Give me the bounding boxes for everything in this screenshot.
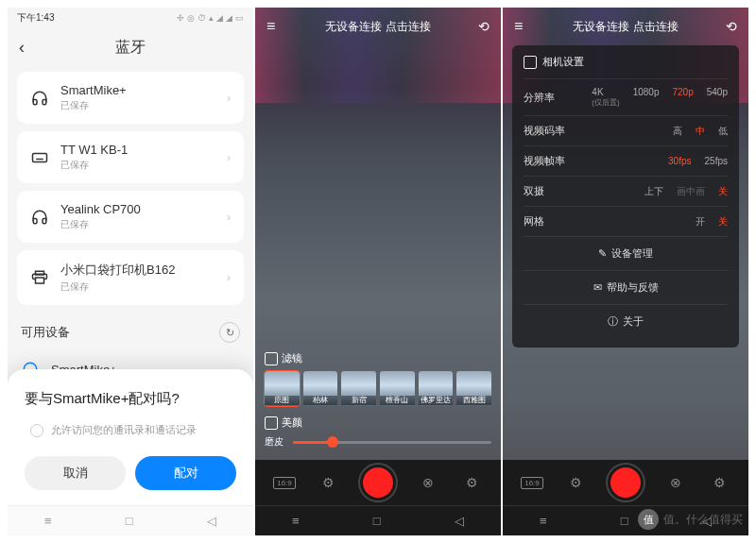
device-item[interactable]: SmartMike+已保存 › bbox=[17, 72, 244, 124]
filter-label: 滤镜 bbox=[265, 351, 491, 365]
device-name: TT W1 KB-1 bbox=[60, 143, 215, 157]
device-item[interactable]: 小米口袋打印机B162已保存 › bbox=[17, 250, 244, 305]
res-opt[interactable]: 720p bbox=[673, 87, 694, 108]
filter-thumb[interactable]: 新宿 bbox=[341, 371, 376, 406]
bitrate-opt[interactable]: 高 bbox=[673, 125, 682, 138]
filter-icon[interactable]: ⊗ bbox=[664, 475, 687, 490]
nav-menu-icon[interactable]: ≡ bbox=[292, 514, 300, 528]
filter-thumb[interactable]: 西雅图 bbox=[456, 371, 491, 406]
watermark-icon: 值 bbox=[638, 509, 659, 530]
chevron-right-icon: › bbox=[227, 92, 231, 105]
grid-opt[interactable]: 关 bbox=[718, 215, 728, 229]
camera-switch-icon[interactable]: ⟲ bbox=[726, 19, 737, 34]
chevron-right-icon: › bbox=[227, 151, 231, 164]
camera-header: ≡ 无设备连接 点击连接 ⟲ bbox=[503, 8, 748, 45]
status-bar: 下午1:43 ✢◎⏱▴◢◢▭ bbox=[8, 8, 253, 28]
chevron-right-icon: › bbox=[227, 211, 231, 224]
record-button[interactable] bbox=[360, 465, 396, 501]
dualcam-opt[interactable]: 上下 bbox=[644, 185, 663, 198]
nav-bar: ≡ □ ◁ bbox=[255, 505, 501, 535]
device-status: 已保存 bbox=[60, 99, 215, 112]
setting-bitrate: 视频码率 高 中 低 bbox=[524, 115, 728, 145]
pair-button[interactable]: 配对 bbox=[135, 456, 236, 490]
filter-thumb[interactable]: 柏林 bbox=[303, 371, 338, 406]
setting-fps: 视频帧率 30fps 25fps bbox=[524, 145, 728, 176]
phone-camera-filters: ≡ 无设备连接 点击连接 ⟲ 滤镜 原图 柏林 新宿 檀香山 佛罗里达 西雅图 … bbox=[255, 8, 501, 535]
available-header: 可用设备 ↻ bbox=[8, 313, 253, 348]
dualcam-opt[interactable]: 画中画 bbox=[677, 185, 705, 198]
beauty-slider[interactable] bbox=[293, 441, 491, 444]
setting-grid: 网格 开 关 bbox=[524, 206, 728, 236]
dualcam-opt[interactable]: 关 bbox=[718, 185, 728, 198]
bitrate-opt[interactable]: 中 bbox=[696, 125, 705, 138]
viewfinder[interactable]: 相机设置 分辨率 4K(仅后置) 1080p 720p 540p 视频码率 高 … bbox=[503, 45, 748, 460]
keyboard-icon bbox=[30, 148, 49, 167]
device-mgmt-button[interactable]: ✎ 设备管理 bbox=[524, 236, 728, 270]
camera-switch-icon[interactable]: ⟲ bbox=[478, 19, 490, 34]
nav-bar: ≡ □ ◁ bbox=[8, 505, 253, 535]
printer-icon bbox=[30, 268, 49, 287]
adjust-icon[interactable]: ⚙ bbox=[564, 475, 587, 490]
settings-icon[interactable]: ⚙ bbox=[708, 475, 730, 490]
filter-icon[interactable]: ⊗ bbox=[417, 475, 439, 490]
res-opt[interactable]: 1080p bbox=[633, 87, 660, 108]
device-name: Yealink CP700 bbox=[60, 202, 215, 216]
camera-toolbar: 16:9 ⚙ ⊗ ⚙ bbox=[503, 460, 748, 505]
nav-menu-icon[interactable]: ≡ bbox=[44, 514, 52, 528]
menu-icon[interactable]: ≡ bbox=[514, 18, 523, 35]
dialog-title: 要与SmartMike+配对吗? bbox=[25, 390, 236, 408]
nav-home-icon[interactable]: □ bbox=[621, 514, 628, 528]
nav-menu-icon[interactable]: ≡ bbox=[540, 514, 547, 528]
device-item[interactable]: Yealink CP700已保存 › bbox=[17, 191, 244, 243]
filter-thumb[interactable]: 佛罗里达 bbox=[419, 371, 454, 406]
nav-back-icon[interactable]: ◁ bbox=[207, 514, 216, 528]
filter-row: 原图 柏林 新宿 檀香山 佛罗里达 西雅图 bbox=[265, 371, 491, 406]
filter-thumb[interactable]: 檀香山 bbox=[380, 371, 415, 406]
bitrate-opt[interactable]: 低 bbox=[718, 125, 728, 138]
camera-settings-panel: 相机设置 分辨率 4K(仅后置) 1080p 720p 540p 视频码率 高 … bbox=[512, 45, 739, 348]
fps-opt[interactable]: 30fps bbox=[668, 156, 691, 166]
watermark: 值 值。什么值得买 bbox=[638, 509, 743, 530]
headphones-icon bbox=[30, 208, 49, 227]
help-button[interactable]: ✉ 帮助与反馈 bbox=[524, 270, 728, 304]
fps-opt[interactable]: 25fps bbox=[705, 156, 728, 166]
res-opt[interactable]: 540p bbox=[707, 87, 728, 108]
beauty-slider-row: 磨皮 bbox=[265, 435, 491, 449]
aspect-button[interactable]: 16:9 bbox=[273, 477, 296, 489]
nav-home-icon[interactable]: □ bbox=[126, 514, 133, 528]
adjust-icon[interactable]: ⚙ bbox=[317, 475, 339, 490]
pair-dialog: 要与SmartMike+配对吗? 允许访问您的通讯录和通话记录 取消 配对 bbox=[8, 369, 253, 505]
device-status: 已保存 bbox=[60, 280, 215, 294]
about-button[interactable]: ⓘ 关于 bbox=[524, 304, 728, 338]
device-item[interactable]: TT W1 KB-1已保存 › bbox=[17, 131, 244, 183]
dialog-option[interactable]: 允许访问您的通讯录和通话记录 bbox=[25, 423, 236, 437]
page-title: 蓝牙 bbox=[8, 38, 253, 58]
header: ‹ 蓝牙 bbox=[8, 28, 253, 66]
svg-rect-0 bbox=[33, 153, 47, 161]
radio-icon[interactable] bbox=[30, 424, 43, 437]
filter-thumb[interactable]: 原图 bbox=[265, 371, 300, 406]
viewfinder[interactable]: 滤镜 原图 柏林 新宿 檀香山 佛罗里达 西雅图 美颜 磨皮 bbox=[255, 45, 501, 460]
connection-status[interactable]: 无设备连接 点击连接 bbox=[573, 19, 678, 35]
saved-devices: SmartMike+已保存 › TT W1 KB-1已保存 › Yealink … bbox=[8, 72, 253, 305]
aspect-button[interactable]: 16:9 bbox=[521, 477, 543, 489]
filter-panel: 滤镜 原图 柏林 新宿 檀香山 佛罗里达 西雅图 美颜 磨皮 bbox=[255, 344, 501, 460]
device-status: 已保存 bbox=[60, 159, 215, 172]
refresh-icon[interactable]: ↻ bbox=[219, 322, 240, 343]
cancel-button[interactable]: 取消 bbox=[25, 456, 126, 490]
nav-back-icon[interactable]: ◁ bbox=[455, 514, 464, 528]
settings-icon[interactable]: ⚙ bbox=[460, 475, 483, 490]
connection-status[interactable]: 无设备连接 点击连接 bbox=[325, 19, 430, 35]
option-label: 允许访问您的通讯录和通话记录 bbox=[51, 423, 197, 437]
settings-title: 相机设置 bbox=[524, 55, 728, 69]
chevron-right-icon: › bbox=[227, 271, 231, 284]
svg-rect-7 bbox=[36, 278, 44, 283]
slider-label: 磨皮 bbox=[265, 435, 284, 449]
menu-icon[interactable]: ≡ bbox=[266, 18, 275, 35]
grid-opt[interactable]: 开 bbox=[696, 215, 705, 229]
back-icon[interactable]: ‹ bbox=[19, 38, 25, 58]
res-opt[interactable]: 4K(仅后置) bbox=[592, 87, 619, 108]
record-button[interactable] bbox=[608, 465, 644, 501]
nav-home-icon[interactable]: □ bbox=[373, 514, 381, 528]
status-time: 下午1:43 bbox=[17, 11, 177, 25]
